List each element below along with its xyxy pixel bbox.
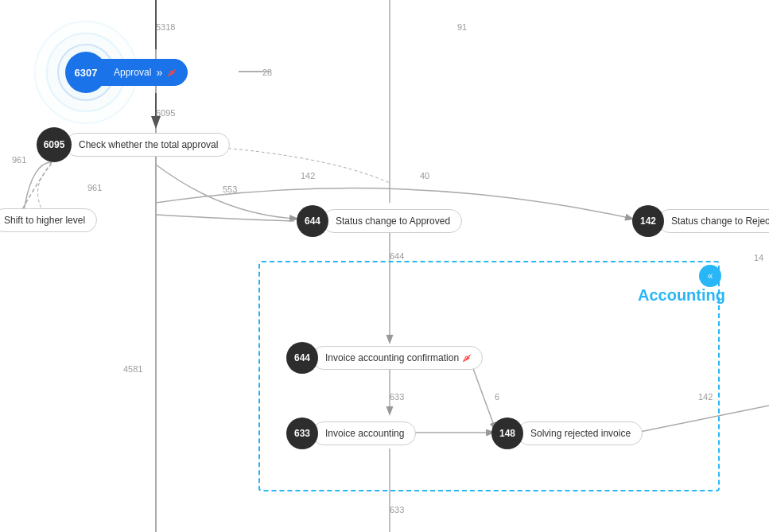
node-label-644-invoice: Invoice accounting confirmation 🌶	[312, 346, 483, 370]
node-148-solving[interactable]: 148 Solving rejected invoice	[491, 417, 643, 449]
node-circle-644-invoice: 644	[286, 342, 318, 374]
node-633-invoice[interactable]: 633 Invoice accounting	[286, 417, 416, 449]
edge-label-142-top: 142	[301, 171, 315, 181]
node-label-shift: Shift to higher level	[0, 208, 97, 232]
accounting-title: Accounting	[638, 286, 725, 305]
accounting-collapse-button[interactable]: «	[699, 265, 721, 287]
workflow-canvas: 6307 Approval » 🌶 6095 Check whether the…	[0, 0, 769, 532]
chili-icon-644-invoice: 🌶	[462, 353, 471, 363]
node-shift[interactable]: Shift to higher level	[0, 208, 97, 232]
edge-label-91: 91	[457, 22, 467, 32]
node-label-148-solving: Solving rejected invoice	[517, 421, 643, 445]
node-6095[interactable]: 6095 Check whether the total approval	[37, 127, 230, 162]
edge-label-633-mid: 633	[390, 392, 404, 402]
node-circle-142-status: 142	[632, 205, 664, 237]
chevron-right-icon: »	[156, 66, 162, 79]
edge-label-14: 14	[754, 253, 763, 262]
node-142-status[interactable]: 142 Status change to Rejected	[632, 205, 769, 237]
edge-label-6095: 6095	[156, 108, 175, 118]
edge-label-142-right: 142	[698, 392, 713, 402]
node-label-633-invoice: Invoice accounting	[312, 421, 416, 445]
node-circle-6307: 6307	[65, 52, 107, 93]
node-label-142-status: Status change to Rejected	[658, 209, 769, 233]
node-label-6095: Check whether the total approval	[65, 133, 230, 157]
edge-label-644: 644	[390, 251, 404, 261]
edge-label-633-bottom: 633	[390, 505, 404, 515]
node-644-status[interactable]: 644 Status change to Approved	[297, 205, 462, 237]
edge-label-28: 28	[262, 68, 272, 77]
node-circle-6095: 6095	[37, 127, 72, 162]
edge-label-961-left: 961	[12, 155, 26, 165]
chili-icon-6307: 🌶	[167, 68, 176, 77]
node-label-644-status: Status change to Approved	[322, 209, 462, 233]
node-644-invoice[interactable]: 644 Invoice accounting confirmation 🌶	[286, 342, 483, 374]
node-label-6307: Approval » 🌶	[100, 59, 188, 86]
edge-label-40: 40	[420, 171, 429, 181]
edge-label-5318: 5318	[156, 22, 175, 32]
edge-label-6: 6	[495, 392, 499, 402]
node-circle-644-status: 644	[297, 205, 328, 237]
node-6307[interactable]: 6307 Approval » 🌶	[65, 52, 188, 93]
node-circle-148-solving: 148	[491, 417, 523, 449]
node-circle-633-invoice: 633	[286, 417, 318, 449]
edge-label-961-right: 961	[87, 183, 102, 192]
edge-label-4581: 4581	[123, 364, 142, 374]
edge-label-553: 553	[223, 184, 237, 194]
